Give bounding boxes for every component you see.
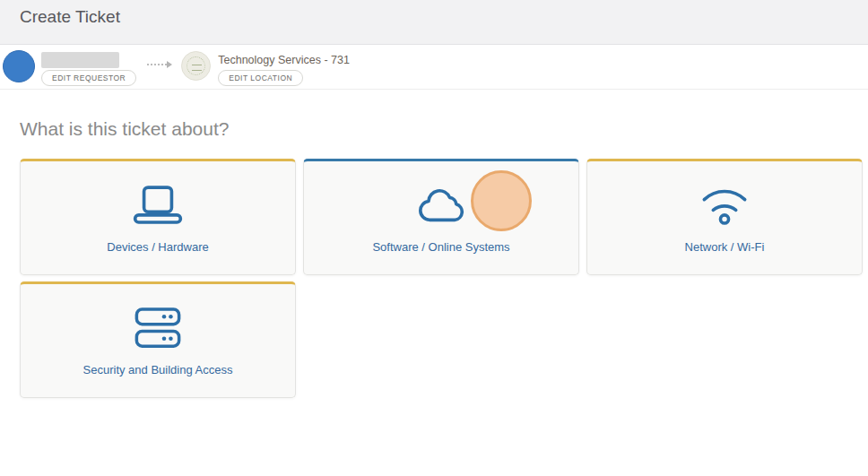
category-card-security-building-access[interactable]: Security and Building Access [20, 281, 296, 398]
arrow-right-icon [147, 61, 172, 68]
page-header: Create Ticket [0, 0, 868, 45]
requestor-location-bar: EDIT REQUESTOR Technology Services - 731… [0, 45, 868, 90]
category-label: Security and Building Access [83, 363, 233, 376]
page-title: Create Ticket [20, 7, 868, 27]
cloud-icon [415, 182, 467, 229]
requestor-name-redacted [41, 52, 119, 68]
location-seal-logo [181, 51, 211, 81]
category-card-network-wifi[interactable]: Network / Wi-Fi [586, 159, 863, 275]
requestor-group: EDIT REQUESTOR [41, 48, 136, 86]
edit-requestor-button[interactable]: EDIT REQUESTOR [41, 70, 136, 86]
laptop-icon [132, 182, 184, 229]
edit-location-button[interactable]: EDIT LOCATION [218, 70, 303, 86]
category-label: Devices / Hardware [107, 240, 208, 254]
category-cards: Devices / Hardware Software / Online Sys… [20, 159, 863, 398]
location-name: Technology Services - 731 [218, 54, 350, 66]
servers-icon [133, 305, 183, 351]
location-group: Technology Services - 731 EDIT LOCATION [181, 48, 350, 86]
category-label: Network / Wi-Fi [685, 240, 765, 254]
category-card-software-online-systems[interactable]: Software / Online Systems [303, 159, 579, 275]
category-card-devices-hardware[interactable]: Devices / Hardware [20, 159, 296, 275]
requestor-avatar [3, 50, 35, 82]
main-content: What is this ticket about? Devices / Har… [0, 90, 868, 398]
category-label: Software / Online Systems [372, 240, 509, 254]
wifi-icon [699, 182, 751, 229]
ticket-question-heading: What is this ticket about? [20, 118, 868, 140]
